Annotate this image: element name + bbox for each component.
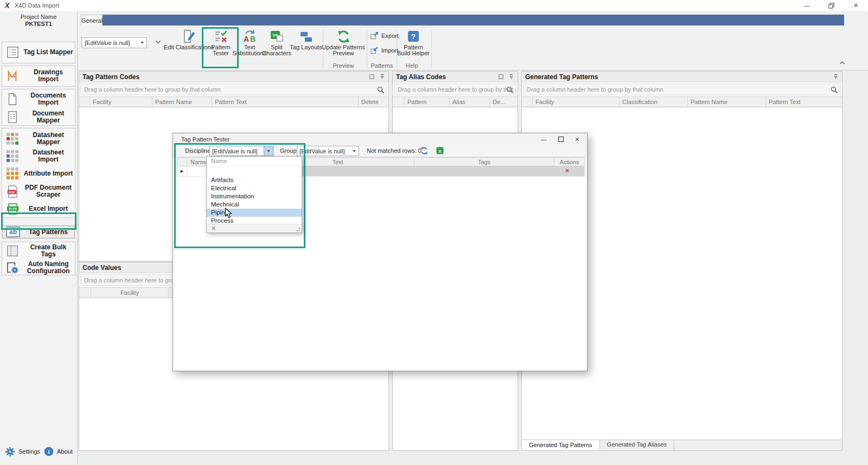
clear-selection-icon[interactable]: ✕ bbox=[211, 225, 216, 232]
settings-button[interactable]: Settings bbox=[4, 446, 40, 457]
column-header-facility[interactable]: Facility bbox=[533, 97, 620, 107]
sidebar-item-label: Drawings Import bbox=[23, 69, 75, 83]
pin-icon[interactable] bbox=[379, 74, 385, 80]
update-patterns-preview-button[interactable]: Update Patterns Preview bbox=[319, 28, 368, 56]
pin-icon[interactable] bbox=[508, 74, 514, 80]
sidebar-item-tag-patterns[interactable]: ab Tag Patterns bbox=[2, 225, 75, 238]
sidebar-item-label: Datasheet Import bbox=[23, 149, 75, 163]
column-header-alias[interactable]: Alias bbox=[450, 97, 490, 107]
column-header-facility[interactable]: Facility bbox=[91, 288, 169, 298]
popup-item-artifacts[interactable]: Artifacts bbox=[207, 176, 302, 184]
group-combo[interactable]: [EditValue is null] bbox=[297, 146, 359, 156]
ribbon-filter-combo[interactable]: [EditValue is null] bbox=[81, 37, 147, 48]
tab-generated-tag-aliases[interactable]: Generated Tag Aliases bbox=[600, 440, 674, 450]
split-chevron-icon[interactable] bbox=[155, 40, 161, 44]
column-header-actions[interactable]: Actions bbox=[554, 158, 584, 166]
popup-footer: ✕ bbox=[207, 224, 302, 232]
popup-column-header[interactable]: Name bbox=[207, 157, 302, 166]
column-header-pattern-name[interactable]: Pattern Name bbox=[152, 97, 212, 107]
pin-icon[interactable] bbox=[833, 74, 839, 80]
split-characters-button[interactable]: ✂ Split Characters bbox=[261, 28, 292, 56]
sidebar-item-pdf-document-scraper[interactable]: PDF PDF Document Scraper bbox=[2, 182, 75, 201]
dialog-maximize-icon[interactable] bbox=[558, 136, 564, 143]
sidebar-item-tag-list-mapper[interactable]: Tag List Mapper bbox=[2, 43, 75, 61]
settings-label: Settings bbox=[18, 448, 40, 455]
export-excel-icon[interactable]: X bbox=[436, 146, 444, 155]
import-button[interactable]: Import bbox=[370, 46, 398, 55]
restore-icon[interactable] bbox=[819, 0, 844, 11]
sidebar-item-documents-import[interactable]: Documents Import bbox=[2, 91, 75, 107]
tag-layouts-button[interactable]: Tag Layouts bbox=[289, 28, 323, 50]
delete-row-icon[interactable]: × bbox=[565, 167, 569, 175]
dialog-toolbar: Discipline [EditValue is null] Group [Ed… bbox=[173, 145, 587, 157]
sidebar-item-document-mapper[interactable]: Document Mapper bbox=[2, 108, 75, 125]
column-header-delete[interactable]: De... bbox=[490, 97, 517, 107]
button-label: Preview bbox=[333, 50, 354, 56]
tab-generated-tag-patterns[interactable]: Generated Tag Patterns bbox=[522, 440, 600, 450]
sidebar-item-datasheet-import[interactable]: Datasheet Import bbox=[2, 148, 75, 164]
discipline-dropdown-popup: Name Artifacts Electrical Instrumentatio… bbox=[206, 156, 302, 233]
panel-title: Code Values bbox=[82, 264, 121, 272]
sidebar-item-excel-import[interactable]: XLSX Excel Import bbox=[2, 201, 75, 217]
chevron-down-icon[interactable] bbox=[264, 146, 273, 156]
column-header-tags[interactable]: Tags bbox=[414, 158, 554, 166]
about-button[interactable]: i About bbox=[43, 446, 73, 457]
popup-item-instrumentation[interactable]: Instrumentation bbox=[207, 192, 302, 201]
maximize-panel-icon[interactable] bbox=[369, 74, 375, 80]
ribbon-group-help: Help bbox=[387, 62, 436, 69]
column-header-classification[interactable]: Classification bbox=[620, 97, 688, 107]
discipline-combo[interactable]: [EditValue is null] bbox=[209, 146, 273, 156]
group-by-area[interactable]: Drag a column header here to group by th… bbox=[523, 83, 841, 95]
about-label: About bbox=[57, 448, 73, 455]
minimize-icon[interactable]: — bbox=[795, 0, 819, 11]
close-icon[interactable]: × bbox=[844, 0, 868, 11]
column-header-pattern[interactable]: Pattern bbox=[405, 97, 450, 107]
gear-icon bbox=[4, 446, 16, 457]
group-by-area[interactable]: Drag a column header here to group by th… bbox=[394, 83, 516, 95]
chevron-down-icon[interactable] bbox=[349, 146, 359, 156]
dialog-minimize-icon[interactable]: — bbox=[541, 136, 547, 143]
sidebar-item-label: PDF Document Scraper bbox=[23, 184, 75, 198]
search-icon[interactable] bbox=[376, 86, 385, 94]
svg-text:XLSX: XLSX bbox=[8, 207, 16, 210]
resize-grip[interactable] bbox=[295, 226, 301, 231]
refresh-icon[interactable] bbox=[420, 146, 429, 155]
sidebar-item-create-bulk-tags[interactable]: Create Bulk Tags bbox=[2, 243, 75, 259]
dialog-titlebar[interactable]: Tag Pattern Tester — × bbox=[173, 133, 587, 145]
column-header-facility[interactable]: Facility bbox=[90, 97, 152, 107]
pattern-build-helper-button[interactable]: ? Pattern Build Helper bbox=[397, 28, 430, 56]
search-icon[interactable] bbox=[506, 86, 514, 94]
sidebar-item-label: Create Bulk Tags bbox=[23, 244, 75, 258]
row-indicator-column bbox=[79, 97, 90, 107]
group-by-area[interactable]: Drag a column header here to group by th… bbox=[80, 83, 387, 95]
column-header-pattern-name[interactable]: Pattern Name bbox=[688, 97, 766, 107]
popup-item-electrical[interactable]: Electrical bbox=[207, 184, 302, 192]
sidebar-item-label: Excel Import bbox=[23, 205, 75, 212]
tab-general[interactable]: General bbox=[81, 15, 103, 26]
sidebar-item-attribute-import[interactable]: Attribute Import bbox=[2, 165, 75, 182]
popup-item-empty[interactable] bbox=[207, 166, 302, 176]
collapse-ribbon-icon[interactable] bbox=[839, 61, 845, 65]
maximize-panel-icon[interactable] bbox=[498, 74, 504, 80]
sidebar-item-drawings-import[interactable]: Drawings Import bbox=[2, 67, 75, 85]
column-header-pattern-text[interactable]: Pattern Text bbox=[212, 97, 359, 107]
discipline-value: [EditValue is null] bbox=[210, 148, 264, 154]
export-button[interactable]: Export bbox=[370, 31, 399, 40]
sidebar-item-datasheet-mapper[interactable]: Datasheet Mapper bbox=[2, 131, 75, 147]
pattern-tester-button[interactable]: Pattern Tester bbox=[207, 28, 235, 56]
popup-item-mechnical[interactable]: Mechnical bbox=[207, 201, 302, 209]
button-label: Import bbox=[381, 47, 398, 54]
ribbon-filter-value: [EditValue is null] bbox=[82, 40, 137, 46]
popup-item-piping[interactable]: Piping bbox=[207, 209, 302, 217]
column-header-delete[interactable]: Delete bbox=[359, 97, 388, 107]
edit-classifications-button[interactable]: Edit Classifications bbox=[167, 28, 210, 50]
svg-text:B: B bbox=[250, 35, 256, 43]
search-icon[interactable] bbox=[830, 86, 838, 94]
dialog-close-icon[interactable]: × bbox=[575, 135, 579, 144]
sidebar-item-auto-naming-configuration[interactable]: Auto Naming Configuration bbox=[2, 259, 75, 277]
button-label: Tester bbox=[213, 50, 229, 56]
titlebar: X X4D Data Import — × bbox=[0, 0, 868, 11]
column-header-pattern-text[interactable]: Pattern Text bbox=[766, 97, 841, 107]
chevron-down-icon[interactable] bbox=[137, 38, 146, 48]
panel-title: Tag Pattern Codes bbox=[82, 73, 139, 81]
